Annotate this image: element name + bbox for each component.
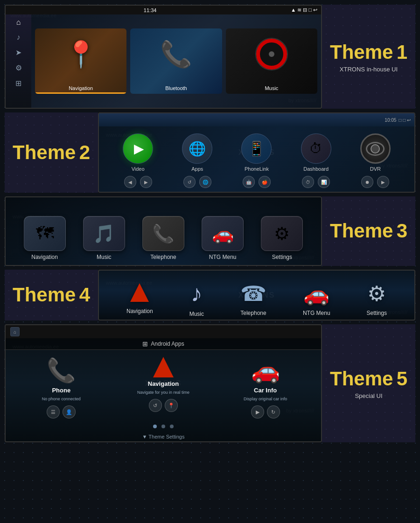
theme5-title: Theme 5 (330, 367, 407, 391)
nav-tile-label: Navigation (69, 85, 93, 91)
theme2-header: 10:05 □ □ ↩ (99, 113, 414, 126)
t4-nav-icon (130, 283, 149, 304)
t4-nav-label: Navigation (126, 308, 153, 314)
refresh-btn[interactable]: ↺ (183, 176, 196, 188)
theme3-apps-row: 🗺 Navigation 🎵 Music 📞 (6, 211, 321, 265)
theme4-nav-app[interactable]: Navigation (126, 283, 153, 314)
theme5-home-btn[interactable]: ⌂ (10, 327, 20, 336)
t5-phone-icon: 📞 (47, 357, 76, 384)
next-btn[interactable]: ▶ (140, 176, 152, 188)
t3-nav-icon-glyph: 🗺 (36, 223, 54, 244)
nav-arrow-icon (153, 357, 174, 377)
apple-btn[interactable]: 🍎 (259, 176, 271, 188)
apps-globe-icon: 🌐 (189, 140, 206, 157)
dvr-play-btn[interactable]: ▶ (377, 176, 389, 188)
theme5-carinfo-card[interactable]: 🚗 Car Info Display original car info ▶ ↻ (235, 357, 296, 418)
theme3-ntg-btn[interactable]: 🚗 NTG Menu (202, 216, 244, 260)
sidebar-apps-icon[interactable]: ⊞ (15, 79, 21, 88)
theme2-word: Theme (13, 141, 76, 163)
t5-car-title: Car Info (254, 387, 277, 394)
t5-phone-subtitle: No phone connected (42, 397, 81, 401)
prev-btn[interactable]: ◀ (124, 176, 136, 188)
sidebar-settings-icon[interactable]: ⚙ (15, 63, 22, 72)
theme3-settings-btn[interactable]: ⚙ Settings (261, 216, 303, 260)
theme3-music-btn[interactable]: 🎵 Music (83, 216, 125, 260)
record-btn[interactable]: ⏺ (361, 176, 373, 188)
status-time: 11:34 (144, 7, 157, 13)
music-icon-area (226, 28, 317, 80)
theme1-body: ⌂ ♪ ➤ ⚙ ⊞ 📍 Navigation (6, 14, 321, 108)
theme2-number: 2 (79, 141, 90, 163)
theme2-dashboard-app[interactable]: ⏱ Dashboard (301, 133, 331, 172)
phone-list-btn[interactable]: ☰ (47, 405, 60, 418)
t3-music-label: Music (97, 254, 111, 260)
dashboard-icon: ⏱ (301, 133, 331, 164)
theme5-subtitle: Special UI (330, 392, 407, 399)
theme4-ntg-app[interactable]: 🚗 NTG Menu (303, 281, 330, 316)
dot-2[interactable] (161, 425, 165, 428)
bt-tile-label: Bluetooth (165, 85, 187, 91)
dvr-controls: ⏺ ▶ (361, 176, 389, 188)
theme1-label: Theme 1 XTRONS in-house UI (322, 5, 415, 109)
phone-person-btn[interactable]: 👤 (63, 405, 76, 418)
t3-music-icon: 🎵 (83, 216, 125, 251)
speedometer-btn[interactable]: ⏱ (302, 176, 314, 188)
dot-1[interactable] (153, 425, 157, 428)
t3-tel-label: Telephone (150, 254, 176, 260)
theme4-title: Theme 4 (13, 283, 90, 307)
theme2-apps-app[interactable]: 🌐 Apps (182, 133, 212, 172)
theme2-dvr-app[interactable]: DVR (360, 133, 391, 172)
dot-3[interactable] (170, 425, 174, 428)
car-play-btn[interactable]: ▶ (251, 405, 264, 418)
t5-phone-title: Phone (52, 387, 70, 394)
theme1-bt-tile[interactable]: 📞 Bluetooth (130, 28, 222, 94)
sidebar-nav-icon[interactable]: ➤ (15, 48, 21, 57)
camera-lens (366, 142, 385, 156)
sidebar-music-icon[interactable]: ♪ (17, 33, 21, 42)
globe-btn[interactable]: 🌐 (199, 176, 211, 188)
theme2-section: Theme 2 XTRONS www.automeedia.ee by xtro… (5, 112, 415, 193)
car-rotate-btn[interactable]: ↻ (267, 405, 280, 418)
t5-car-subtitle: Display original car info (244, 397, 287, 401)
nav-pin-icon: 📍 (65, 39, 97, 70)
android-btn[interactable]: 🤖 (243, 176, 255, 188)
music-tile-label: Music (265, 85, 278, 91)
theme4-music-app[interactable]: ♪ Music (189, 280, 204, 317)
theme3-tel-btn[interactable]: 📞 Telephone (142, 216, 184, 260)
theme-settings-bar[interactable]: ▼ Theme Settings (6, 432, 321, 441)
theme4-settings-app[interactable]: ⚙ Settings (367, 281, 387, 316)
theme2-video-app[interactable]: ▶ Video (123, 133, 153, 172)
play-triangle: ▶ (134, 141, 144, 156)
theme2-phonelink-app[interactable]: 📱 PhoneLink (241, 133, 272, 172)
nav-refresh-btn[interactable]: ↺ (149, 399, 162, 412)
lens-inner (371, 144, 380, 153)
phone-sub-controls: ☰ 👤 (47, 405, 76, 418)
t3-ntg-icon-glyph: 🚗 (212, 223, 234, 244)
theme2-title: Theme 2 (13, 141, 90, 164)
theme2-screen: XTRONS www.automeedia.ee by xtrons///// … (98, 112, 415, 193)
t4-tel-icon: ☎ (240, 281, 266, 306)
status-icons: ▲ ≋ ⊟ □ ↩ (291, 7, 317, 13)
t4-tel-label: Telephone (240, 310, 266, 316)
theme5-word: Theme (330, 368, 393, 390)
theme4-apps-row: Navigation ♪ Music ☎ Telephone 🚗 (99, 271, 414, 320)
theme5-section: XTRONS www.automeedia.ee by xtrons///// … (5, 324, 415, 442)
nav-location-btn[interactable]: 📍 (165, 399, 178, 412)
vinyl-icon (255, 38, 288, 70)
theme5-nav-card[interactable]: Navigation Navigate for you in real time… (133, 357, 194, 418)
t4-ntg-label: NTG Menu (303, 310, 330, 316)
theme5-phone-card[interactable]: 📞 Phone No phone connected ☰ 👤 (31, 357, 91, 418)
t3-ntg-icon: 🚗 (202, 216, 244, 251)
theme3-nav-btn[interactable]: 🗺 Navigation (24, 216, 66, 260)
chart-btn[interactable]: 📊 (318, 176, 330, 188)
theme5-screen: XTRONS www.automeedia.ee by xtrons///// … (5, 324, 322, 442)
theme4-tel-app[interactable]: ☎ Telephone (240, 281, 266, 316)
t3-set-icon: ⚙ (261, 216, 303, 251)
theme4-screen: XTRONS www.automeedia.ee by xtrons///// … (98, 270, 415, 321)
android-apps-bar[interactable]: ⊞ Android Apps (6, 338, 321, 350)
phonelink-icon: 📱 (241, 133, 272, 164)
sidebar-home-icon[interactable]: ⌂ (16, 18, 21, 27)
theme1-music-tile[interactable]: Music (226, 28, 317, 94)
t4-settings-label: Settings (367, 310, 387, 316)
theme1-nav-tile[interactable]: 📍 Navigation (35, 28, 126, 94)
